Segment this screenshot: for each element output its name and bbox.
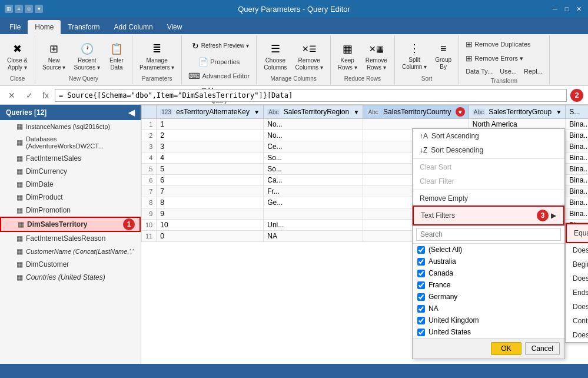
dropdown-cancel-button[interactable]: Cancel bbox=[525, 342, 560, 355]
checkbox-germany[interactable]: Germany bbox=[413, 291, 564, 303]
does-not-contain-item[interactable]: Does Not Contain... bbox=[566, 328, 588, 342]
does-not-end-item[interactable]: Does Not End With... bbox=[566, 300, 588, 314]
formula-accept-button[interactable]: ✓ bbox=[22, 88, 36, 102]
contains-item[interactable]: Contains... bbox=[566, 314, 588, 328]
col-filter-country-btn[interactable]: ▼ bbox=[456, 107, 465, 117]
sidebar-item-countries[interactable]: ▦ Countries (United States) bbox=[0, 271, 141, 284]
refresh-preview-button[interactable]: ↻ Refresh Preview ▾ bbox=[186, 38, 253, 54]
sidebar-item-dim-promotion[interactable]: ▦ DimPromotion bbox=[0, 204, 141, 217]
col-type-region: Abc bbox=[267, 109, 280, 115]
keep-rows-button[interactable]: ▦ KeepRows ▾ bbox=[334, 38, 361, 74]
sidebar-item-databases[interactable]: ▦ Databases (AdventureWorksDW2CT... bbox=[0, 133, 141, 152]
remove-rows-button[interactable]: ✕▦ RemoveRows ▾ bbox=[362, 38, 391, 74]
remove-errors-button[interactable]: ⊞ Remove Errors ▾ bbox=[463, 52, 546, 65]
text-filters-item[interactable]: Text Filters 3 ▶ bbox=[413, 205, 564, 226]
group-by-button[interactable]: ≡ GroupBy bbox=[431, 38, 455, 73]
sidebar-item-instance-names[interactable]: ▦ InstanceNames (\sql2016ctp) bbox=[0, 120, 141, 133]
checkbox-na[interactable]: NA bbox=[413, 303, 564, 314]
label-australia: Australia bbox=[428, 257, 456, 266]
equals-item[interactable]: Equals... 4 bbox=[566, 223, 588, 243]
sidebar-item-dim-customer[interactable]: ▦ DimCustomer bbox=[0, 258, 141, 271]
remove-empty-item[interactable]: Remove Empty bbox=[413, 191, 564, 205]
enter-data-button[interactable]: 📋 EnterData bbox=[105, 38, 128, 74]
table-icon-fact-reason: ▦ bbox=[16, 234, 23, 243]
does-not-equal-item[interactable]: Does Not Equal... bbox=[566, 243, 588, 257]
tab-home[interactable]: Home bbox=[28, 20, 61, 34]
remove-duplicates-button[interactable]: ⊞ Remove Duplicates bbox=[463, 38, 546, 51]
col-header-alt-key[interactable]: 123 esTerritoryAlternateKey ▼ bbox=[157, 105, 264, 119]
close-apply-button[interactable]: ✖ Close &Apply ▾ bbox=[4, 38, 31, 74]
replace-label: Repl... bbox=[524, 68, 543, 75]
text-filters-label: Text Filters bbox=[421, 211, 455, 220]
tab-transform[interactable]: Transform bbox=[61, 20, 107, 34]
sidebar-item-fact-internet-reason[interactable]: ▦ FactInternetSalesReason bbox=[0, 232, 141, 245]
check-uk[interactable] bbox=[417, 317, 425, 324]
checkbox-canada[interactable]: Canada bbox=[413, 267, 564, 279]
replace-button[interactable]: Repl... bbox=[521, 66, 546, 77]
cell-extra-2: Bina... bbox=[566, 130, 588, 141]
col-filter-region[interactable]: ▼ bbox=[354, 109, 360, 115]
recent-sources-button[interactable]: 🕐 RecentSources ▾ bbox=[70, 38, 103, 74]
checkbox-united-kingdom[interactable]: United Kingdom bbox=[413, 314, 564, 326]
sidebar-item-dim-currency[interactable]: ▦ DimCurrency bbox=[0, 165, 141, 178]
dropdown-search-input[interactable] bbox=[416, 228, 561, 241]
sidebar-item-dim-sales-territory[interactable]: ▦ DimSalesTerritory 1 bbox=[0, 217, 141, 232]
col-filter-group[interactable]: ▼ bbox=[556, 109, 562, 115]
tab-view[interactable]: View bbox=[160, 20, 190, 34]
sidebar-item-dim-date[interactable]: ▦ DimDate bbox=[0, 178, 141, 191]
manage-parameters-button[interactable]: ≣ ManageParameters ▾ bbox=[136, 38, 178, 74]
window-controls[interactable]: ─ □ ✕ bbox=[550, 4, 583, 14]
ends-with-item[interactable]: Ends With... bbox=[566, 286, 588, 300]
sidebar-item-label-product: DimProduct bbox=[26, 193, 63, 201]
split-column-button[interactable]: ⋮ SplitColumn ▾ bbox=[398, 38, 430, 73]
refresh-label: Refresh Preview ▾ bbox=[201, 42, 249, 49]
dropdown-ok-button[interactable]: OK bbox=[491, 342, 521, 355]
sort-descending-item[interactable]: ↓Z Sort Descending bbox=[413, 143, 564, 157]
check-na[interactable] bbox=[417, 305, 425, 313]
tab-file[interactable]: File bbox=[2, 20, 28, 34]
checkbox-select-all[interactable]: (Select All) bbox=[413, 244, 564, 256]
check-select-all[interactable] bbox=[417, 246, 425, 254]
check-us[interactable] bbox=[417, 329, 425, 336]
sort-ascending-item[interactable]: ↑A Sort Ascending bbox=[413, 129, 564, 143]
checkbox-france[interactable]: France bbox=[413, 279, 564, 291]
check-australia[interactable] bbox=[417, 258, 425, 266]
sidebar-item-dim-product[interactable]: ▦ DimProduct bbox=[0, 191, 141, 204]
col-header-group[interactable]: Abc SalesTerritoryGroup ▼ bbox=[469, 105, 566, 119]
checkbox-australia[interactable]: Australia bbox=[413, 256, 564, 267]
sort-group-label: Sort bbox=[421, 75, 432, 82]
tab-add-column[interactable]: Add Column bbox=[107, 20, 160, 34]
sidebar-item-customer-name[interactable]: ▦ CustomerName (Concat(LastName,',' bbox=[0, 245, 141, 258]
sidebar-collapse-button[interactable]: ◀ bbox=[128, 108, 135, 117]
close-window-button[interactable]: ✕ bbox=[574, 4, 583, 14]
choose-columns-button[interactable]: ☰ ChooseColumns bbox=[260, 38, 290, 74]
formula-cancel-button[interactable]: ✕ bbox=[5, 88, 19, 102]
cell-extra-1: Bina... bbox=[566, 119, 588, 130]
data-type-button[interactable]: Data Ty... bbox=[463, 66, 496, 77]
check-germany[interactable] bbox=[417, 293, 425, 301]
minimize-button[interactable]: ─ bbox=[550, 4, 560, 14]
check-canada[interactable] bbox=[417, 270, 425, 277]
advanced-editor-button[interactable]: ⌨ Advanced Editor bbox=[185, 69, 253, 82]
check-france[interactable] bbox=[417, 281, 425, 289]
maximize-button[interactable]: □ bbox=[562, 4, 572, 14]
properties-button[interactable]: 📄 Properties bbox=[195, 55, 242, 68]
does-not-begin-label: Does Not Begin With... bbox=[573, 274, 588, 283]
does-not-begin-item[interactable]: Does Not Begin With... bbox=[566, 271, 588, 286]
formula-badge: 2 bbox=[570, 89, 583, 102]
cell-region-3: Ce... bbox=[264, 141, 363, 152]
col-header-region[interactable]: Abc SalesTerritoryRegion ▼ bbox=[264, 105, 363, 119]
remove-columns-button[interactable]: ✕☰ RemoveColumns ▾ bbox=[292, 38, 327, 74]
formula-input[interactable] bbox=[55, 89, 567, 102]
clear-filter-item: Clear Filter bbox=[413, 174, 564, 188]
group-by-icon: ≡ bbox=[435, 40, 451, 57]
sidebar-item-fact-internet-sales[interactable]: ▦ FactInternetSales bbox=[0, 152, 141, 165]
use-first-button[interactable]: Use... bbox=[497, 66, 520, 77]
app-icon-1: ⊞ bbox=[5, 5, 13, 13]
checkbox-united-states[interactable]: United States bbox=[413, 326, 564, 338]
begins-with-item[interactable]: Begins With... bbox=[566, 257, 588, 271]
col-header-country[interactable]: Abc SalesTerritoryCountry ▼ bbox=[363, 105, 469, 119]
new-source-button[interactable]: ⊞ NewSource ▾ bbox=[39, 38, 69, 74]
col-filter-altkey[interactable]: ▼ bbox=[254, 109, 260, 115]
col-header-rownum bbox=[142, 105, 157, 119]
